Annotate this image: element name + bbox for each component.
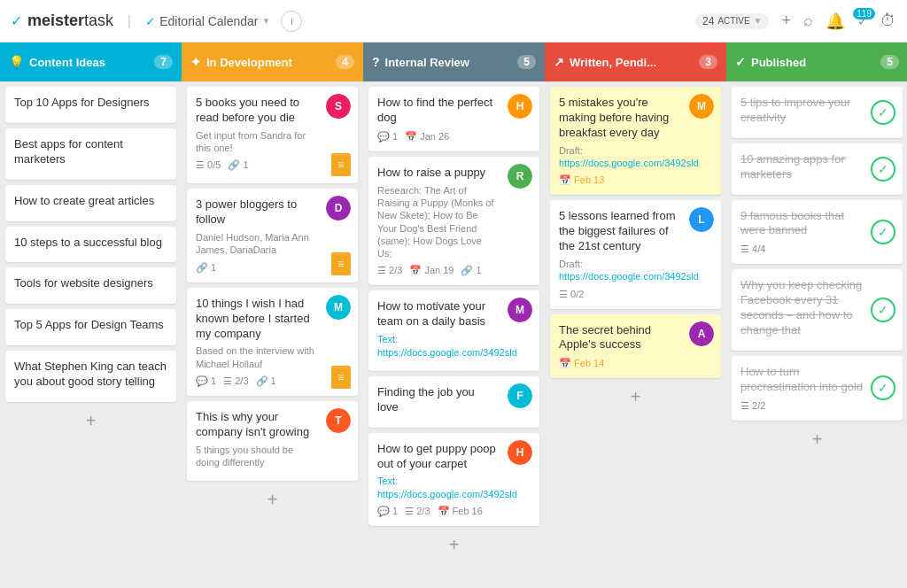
card-apple-meta: 📅 Feb 14 [559,358,712,369]
in-development-count: 4 [336,55,354,69]
notification-badge[interactable]: ✓ 119 [857,13,868,29]
search-icon[interactable]: ⌕ [803,12,813,30]
card-dog-meta: 💬 1 📅 Jan 26 [377,131,531,143]
project-check-icon: ✓ [145,14,156,28]
avatar-t: T [326,408,351,433]
comment-count: 💬 1 [377,131,398,143]
column-header-in-development: ✦ In Development 4 [182,43,363,81]
avatar-m3: M [689,94,714,119]
card-10things-meta: 💬 1 ☰ 2/3 🔗 1 [196,375,349,387]
attach-count: 🔗 1 [196,262,216,274]
card-5lessons[interactable]: 5 lessons learned from the biggest failu… [550,200,721,308]
add-icon[interactable]: + [781,12,791,30]
card-motivate-team[interactable]: How to motivate your team on a daily bas… [368,290,539,370]
written-pending-count: 3 [699,55,717,69]
written-pending-title: Written, Pendi... [570,56,694,69]
bell-icon[interactable]: 🔔 [826,12,845,31]
attach-count: 🔗 1 [228,159,248,171]
avatar-f: F [508,383,532,408]
column-written-pending: ↗ Written, Pendi... 3 5 mistakes you're … [545,43,726,588]
card-great-articles[interactable]: How to create great articles [5,185,176,221]
content-ideas-body: Top 10 Apps for Designers Best apps for … [0,81,182,588]
internal-review-body: How to find the perfect dog H 💬 1 📅 Jan … [363,81,545,588]
card-apple-success[interactable]: The secret behind Apple's success A 📅 Fe… [550,314,721,379]
published-check: ✓ [871,100,895,125]
column-header-content-ideas: 💡 Content Ideas 7 [0,43,182,81]
published-check: ✓ [871,220,895,244]
card-10things[interactable]: 10 things I wish I had known before I st… [187,288,358,396]
task-count: ☰ 2/2 [740,400,765,412]
avatar-h2: H [508,440,532,465]
task-count: ☰ 0/5 [196,159,221,171]
comment-count: 💬 1 [377,506,398,517]
add-published-button[interactable]: + [732,426,903,453]
written-pending-icon: ↗ [554,55,564,69]
avatar-michael: M [326,295,351,320]
date-label: 📅 Feb 16 [438,506,483,517]
timer-icon[interactable]: ⏱ [880,12,896,30]
card-perfect-dog[interactable]: How to find the perfect dog H 💬 1 📅 Jan … [368,87,539,151]
card-company-growing[interactable]: This is why your company isn't growing 5… [187,401,358,481]
task-count: ☰ 2/3 [223,375,248,387]
published-icon: ✓ [735,55,746,69]
card-top10-apps[interactable]: Top 10 Apps for Designers [5,87,176,123]
date-badge: 📅 Feb 13 [559,174,604,186]
card-power-bloggers[interactable]: 3 power bloggers to follow Daniel Hudson… [187,189,358,282]
card-5tips[interactable]: 5 tips to improve your creativity ✓ [732,87,903,138]
card-5mistakes[interactable]: 5 mistakes you're making before having b… [550,87,721,195]
add-content-idea-button[interactable]: + [5,407,176,435]
card-puppy-poop[interactable]: How to get puppy poop out of your carpet… [368,433,539,526]
attach-count: 🔗 1 [256,375,276,387]
card-successful-blog[interactable]: 10 steps to a successful blog [5,227,176,263]
column-header-published: ✓ Published 5 [726,43,907,81]
add-development-button[interactable]: + [187,486,358,514]
internal-review-count: 5 [517,55,536,69]
info-button[interactable]: i [281,11,302,32]
card-9books[interactable]: 9 famous books that were banned ✓ ☰ 4/4 [732,200,903,265]
column-header-internal-review: ? Internal Review 5 [363,43,545,81]
card-best-apps[interactable]: Best apps for content marketers [5,128,176,180]
add-written-button[interactable]: + [550,383,721,411]
task-count: ☰ 4/4 [740,244,765,255]
card-procrastination[interactable]: How to turn procrastination into gold ✓ … [732,356,903,421]
column-in-development: ✦ In Development 4 5 books you need to r… [182,43,363,588]
card-tools-web[interactable]: Tools for website designers [5,267,176,304]
in-development-body: 5 books you need to read before you die … [182,81,363,588]
task-count: ☰ 2/3 [405,506,430,517]
card-poop-meta: 💬 1 ☰ 2/3 📅 Feb 16 [377,506,531,517]
card-stephen-king[interactable]: What Stephen King can teach you about go… [5,351,176,402]
internal-review-icon: ? [372,55,380,69]
column-content-ideas: 💡 Content Ideas 7 Top 10 Apps for Design… [0,43,182,588]
project-name-label: Editorial Calendar [159,14,258,28]
header-separator: | [128,13,131,29]
published-check: ✓ [871,157,895,182]
column-published: ✓ Published 5 5 tips to improve your cre… [726,43,907,588]
card-finding-job[interactable]: Finding the job you love F [368,376,539,428]
avatar-h1: H [508,94,532,119]
column-internal-review: ? Internal Review 5 How to find the perf… [363,43,545,588]
avatar-a: A [689,321,714,346]
header-actions: 24 ACTIVE ▼ + ⌕ 🔔 ✓ 119 ⏱ [695,12,896,31]
project-dropdown-icon: ▼ [262,16,271,26]
card-puppy-meta: ☰ 2/3 📅 Jan 19 🔗 1 [377,265,531,276]
date-badge: 📅 Feb 14 [559,358,604,369]
card-raise-puppy[interactable]: How to raise a puppy Research: The Art o… [368,157,539,286]
published-title: Published [751,56,875,69]
internal-review-title: Internal Review [385,56,513,69]
project-selector[interactable]: ✓ Editorial Calendar ▼ [145,14,270,28]
card-facebook[interactable]: Why you keep checking Facebook every 31 … [732,269,903,351]
card-10amazing[interactable]: 10 amazing apps for marketers ✓ [732,143,903,195]
task-count: ☰ 2/3 [377,265,402,276]
add-review-button[interactable]: + [368,531,539,559]
doc-icon: ≡ [331,252,351,275]
kanban-board: 💡 Content Ideas 7 Top 10 Apps for Design… [0,43,907,588]
card-5books[interactable]: 5 books you need to read before you die … [187,87,358,183]
in-development-title: In Development [206,56,330,69]
date-label: 📅 Jan 19 [409,265,454,276]
logo: ✓ meistertask [11,12,113,30]
header: ✓ meistertask | ✓ Editorial Calendar ▼ i… [0,0,907,43]
card-top5-apps[interactable]: Top 5 Apps for Design Teams [5,309,176,345]
active-count: 24 ACTIVE ▼ [695,13,769,29]
card-5books-meta: ☰ 0/5 🔗 1 [196,159,349,171]
published-body: 5 tips to improve your creativity ✓ 10 a… [726,81,907,588]
